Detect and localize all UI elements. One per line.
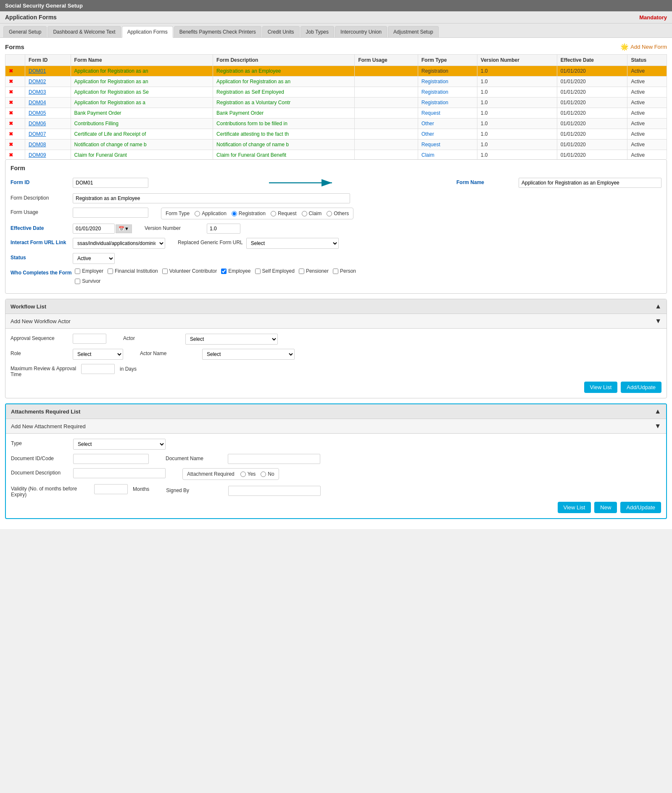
doc-name-field: Document Name bbox=[166, 454, 320, 464]
form-id-input[interactable] bbox=[73, 178, 148, 188]
table-cell bbox=[355, 119, 418, 129]
max-review-input[interactable] bbox=[81, 364, 115, 374]
status-select[interactable]: Active Inactive bbox=[73, 253, 115, 264]
version-number-field: Version Number bbox=[145, 224, 240, 234]
delete-icon[interactable]: ✖ bbox=[9, 79, 13, 84]
col-header bbox=[5, 55, 25, 66]
table-row[interactable]: ✖DOM02Application for Registration as an… bbox=[5, 76, 667, 87]
form-desc-input[interactable] bbox=[73, 193, 350, 203]
checkbox-pensioner[interactable]: Pensioner bbox=[299, 268, 329, 274]
form-usage-label: Form Usage bbox=[11, 208, 69, 215]
table-cell: Application for Registration as an bbox=[71, 76, 213, 87]
table-row[interactable]: ✖DOM09Claim for Funeral GrantClaim for F… bbox=[5, 150, 667, 160]
table-cell bbox=[355, 129, 418, 140]
table-row[interactable]: ✖DOM04Application for Registration as aR… bbox=[5, 97, 667, 108]
form-name-input[interactable] bbox=[519, 178, 661, 188]
form-type-box: Form Type ApplicationRegistrationRequest… bbox=[161, 208, 353, 219]
delete-icon[interactable]: ✖ bbox=[9, 142, 13, 148]
type-row: Type Select bbox=[11, 439, 661, 450]
form-type-field: Form Type ApplicationRegistrationRequest… bbox=[161, 208, 353, 219]
add-actor-header[interactable]: Add New Workflow Actor ▼ bbox=[5, 314, 667, 329]
tab-general-setup[interactable]: General Setup bbox=[3, 26, 47, 37]
attachments-new-button[interactable]: New bbox=[594, 502, 617, 513]
form-id-link[interactable]: DOM09 bbox=[29, 152, 46, 158]
doc-id-input[interactable] bbox=[73, 454, 149, 464]
form-usage-input[interactable] bbox=[73, 208, 148, 218]
doc-desc-input[interactable] bbox=[73, 468, 166, 478]
delete-icon[interactable]: ✖ bbox=[9, 152, 13, 158]
form-id-link[interactable]: DOM07 bbox=[29, 131, 46, 137]
checkbox-survivor[interactable]: Survivor bbox=[75, 278, 100, 284]
attachment-no-radio[interactable]: No bbox=[261, 471, 274, 477]
delete-icon[interactable]: ✖ bbox=[9, 131, 13, 137]
actor-select[interactable]: Select bbox=[185, 334, 278, 345]
effective-date-input[interactable] bbox=[73, 224, 115, 234]
col-header: Form Description bbox=[213, 55, 355, 66]
table-row[interactable]: ✖DOM03Application for Registration as Se… bbox=[5, 87, 667, 97]
tab-adjustment[interactable]: Adjustment Setup bbox=[388, 26, 439, 37]
version-number-input[interactable] bbox=[207, 224, 240, 234]
actor-name-field: Actor Name Select bbox=[140, 349, 295, 360]
checkbox-employee[interactable]: Employee bbox=[221, 268, 250, 274]
form-type-radio-request[interactable]: Request bbox=[271, 211, 297, 216]
workflow-list-header[interactable]: Workflow List ▲ bbox=[5, 299, 667, 314]
tab-job-types[interactable]: Job Types bbox=[300, 26, 334, 37]
checkbox-employer[interactable]: Employer bbox=[75, 268, 103, 274]
type-select[interactable]: Select bbox=[73, 439, 166, 450]
form-id-link[interactable]: DOM05 bbox=[29, 110, 46, 116]
delete-icon[interactable]: ✖ bbox=[9, 68, 13, 74]
add-attachment-header[interactable]: Add New Attachment Required ▼ bbox=[6, 419, 666, 434]
table-row[interactable]: ✖DOM06Contributions FillingContributions… bbox=[5, 119, 667, 129]
form-id-link[interactable]: DOM03 bbox=[29, 89, 46, 95]
version-number-label: Version Number bbox=[145, 224, 203, 231]
attachments-view-list-button[interactable]: View List bbox=[558, 502, 591, 513]
checkbox-financial-institution[interactable]: Financial Institution bbox=[108, 268, 158, 274]
form-type-radio-others[interactable]: Others bbox=[327, 211, 349, 216]
delete-icon[interactable]: ✖ bbox=[9, 89, 13, 95]
form-id-link[interactable]: DOM01 bbox=[29, 68, 46, 74]
attachment-yes-radio[interactable]: Yes bbox=[240, 471, 256, 477]
checkbox-self-employed[interactable]: Self Employed bbox=[255, 268, 295, 274]
doc-name-input[interactable] bbox=[228, 454, 320, 464]
forms-section-header: Forms 🌟 Add New Form bbox=[5, 43, 667, 51]
delete-icon[interactable]: ✖ bbox=[9, 110, 13, 116]
signed-by-input[interactable] bbox=[228, 486, 321, 496]
form-id-link[interactable]: DOM04 bbox=[29, 100, 46, 105]
tab-benefits[interactable]: Benefits Payments Check Printers bbox=[174, 26, 261, 37]
table-row[interactable]: ✖DOM01Application for Registration as an… bbox=[5, 66, 667, 76]
add-new-form-button[interactable]: 🌟 Add New Form bbox=[620, 43, 667, 51]
role-select[interactable]: Select bbox=[73, 349, 123, 360]
table-row[interactable]: ✖DOM08Notification of change of name bNo… bbox=[5, 140, 667, 150]
checkbox-volunteer-contributor[interactable]: Volunteer Contributor bbox=[162, 268, 217, 274]
table-cell: Notification of change of name b bbox=[71, 140, 213, 150]
interact-url-select[interactable]: ssas/individual/applications/dominica_ bbox=[73, 238, 165, 249]
form-type-radio-claim[interactable]: Claim bbox=[302, 211, 322, 216]
actor-name-select[interactable]: Select bbox=[202, 349, 295, 360]
delete-icon[interactable]: ✖ bbox=[9, 100, 13, 105]
interact-url-label: Interact Form URL Link bbox=[11, 238, 69, 245]
approval-seq-label: Approval Sequence bbox=[11, 334, 69, 341]
attachments-list-header[interactable]: Attachments Required List ▲ bbox=[6, 404, 666, 419]
effective-date-label: Effective Date bbox=[11, 224, 69, 231]
calendar-button[interactable]: 📅▼ bbox=[116, 224, 132, 233]
tab-dashboard[interactable]: Dashboard & Welcome Text bbox=[47, 26, 121, 37]
form-type-radio-registration[interactable]: Registration bbox=[232, 211, 266, 216]
workflow-add-update-button[interactable]: Add/Udpate bbox=[621, 382, 661, 393]
replaced-generic-select[interactable]: Select bbox=[246, 238, 339, 249]
table-row[interactable]: ✖DOM07Certificate of Life and Receipt of… bbox=[5, 129, 667, 140]
tab-credit-units[interactable]: Credit Units bbox=[262, 26, 300, 37]
form-type-radio-application[interactable]: Application bbox=[195, 211, 227, 216]
attachments-add-update-button[interactable]: Add/Update bbox=[620, 502, 661, 513]
tab-app-forms[interactable]: Application Forms bbox=[122, 26, 173, 38]
validity-input[interactable] bbox=[94, 484, 128, 494]
tab-intercountry[interactable]: Intercountry Union bbox=[335, 26, 387, 37]
form-id-link[interactable]: DOM02 bbox=[29, 79, 46, 84]
form-id-link[interactable]: DOM06 bbox=[29, 121, 46, 126]
workflow-view-list-button[interactable]: View List bbox=[584, 382, 618, 393]
form-id-link[interactable]: DOM08 bbox=[29, 142, 46, 148]
approval-seq-input[interactable] bbox=[73, 334, 106, 344]
table-row[interactable]: ✖DOM05Bank Payment OrderBank Payment Ord… bbox=[5, 108, 667, 119]
checkbox-person[interactable]: Person bbox=[333, 268, 356, 274]
table-cell bbox=[355, 140, 418, 150]
delete-icon[interactable]: ✖ bbox=[9, 121, 13, 126]
